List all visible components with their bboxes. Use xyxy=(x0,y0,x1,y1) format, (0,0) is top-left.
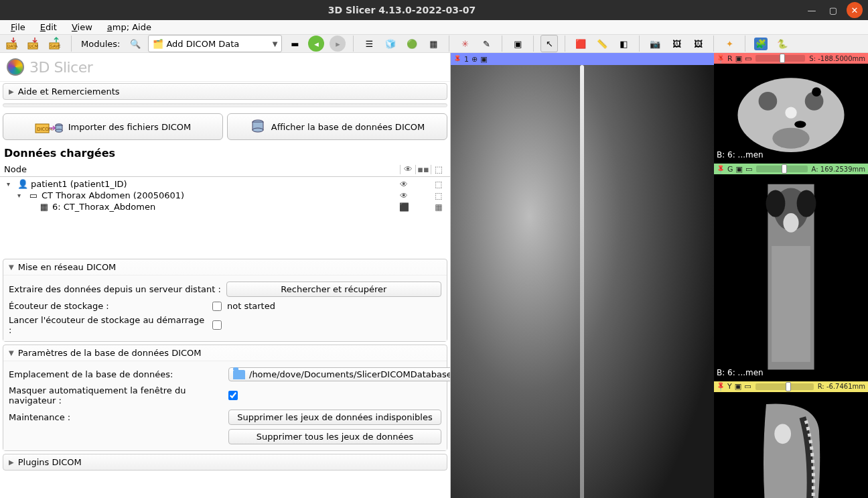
minimize-button[interactable]: — xyxy=(804,2,820,18)
slice-yellow-pos: R: -6.7461mm xyxy=(818,383,865,390)
autostart-checkbox[interactable] xyxy=(212,320,222,330)
slice-green[interactable]: 📌 G ▣ ▭ A: 169.2539mm B: 6: ...men xyxy=(714,164,868,380)
tree-node-label: patient1 (patient1_ID) xyxy=(31,179,394,189)
slicer-logo-icon xyxy=(7,58,24,76)
search-retrieve-button[interactable]: Rechercher et récupérer xyxy=(226,282,441,297)
tree-vis-cell[interactable]: 👁 xyxy=(396,180,411,189)
search-module-icon[interactable]: 🔍 xyxy=(127,35,144,52)
plugins-section-toggle[interactable]: ▶Plugins DICOM xyxy=(3,454,447,470)
menu-view[interactable]: View xyxy=(65,20,99,34)
tree-transform-cell[interactable]: ⬚ xyxy=(431,191,446,200)
slice-red[interactable]: 📌 R ▣ ▭ S: -188.5000mm B: 6: ...men xyxy=(714,53,868,162)
maint-delete-unavailable-button[interactable]: Supprimer les jeux de données indisponib… xyxy=(228,410,441,425)
nav-fwd-icon[interactable]: ▸ xyxy=(329,35,346,52)
toolbar-separator xyxy=(565,36,565,52)
link-icon[interactable]: ▣ xyxy=(480,55,487,64)
slice-yellow-header[interactable]: 📌 Y ▣ ▭ R: -6.7461mm xyxy=(714,381,868,392)
tree-transform-cell[interactable]: ▦ xyxy=(431,202,446,212)
slice-red-header[interactable]: 📌 R ▣ ▭ S: -188.5000mm xyxy=(714,53,868,64)
maximize-button[interactable]: ▢ xyxy=(825,2,841,18)
data-loader-icon[interactable]: DATA xyxy=(4,35,21,52)
list-icon[interactable]: ☰ xyxy=(360,35,378,52)
dbparams-section-toggle[interactable]: ▼Paramètres de la base de données DICOM xyxy=(3,345,447,361)
python-icon[interactable]: 🐍 xyxy=(774,35,791,52)
tree-vis-cell[interactable]: ⬛ xyxy=(396,202,411,212)
listener-status: not started xyxy=(227,301,275,311)
dcm-loader-icon[interactable]: DCM xyxy=(25,35,43,52)
help-section-toggle[interactable]: ▶Aide et Remerciements xyxy=(3,84,447,99)
link-icon[interactable]: ▭ xyxy=(745,54,751,63)
snap-icon[interactable]: 🖼 xyxy=(668,35,685,52)
tree-toggle-icon[interactable]: ▾ xyxy=(17,192,25,199)
maint-delete-all-button[interactable]: Supprimer tous les jeux de données xyxy=(228,429,441,444)
spark-icon[interactable]: ✳ xyxy=(456,35,474,52)
snap2-icon[interactable]: 🖼 xyxy=(689,35,707,52)
nav-back-icon[interactable]: ◂ xyxy=(307,35,325,52)
fit-icon[interactable]: ▣ xyxy=(735,54,742,63)
slice-red-image[interactable] xyxy=(714,64,868,162)
swatch-icon[interactable]: 🟥 xyxy=(572,35,589,52)
maint-label: Maintenance : xyxy=(9,412,223,422)
tree-col-transform[interactable]: ⬚ xyxy=(431,164,446,174)
fit-icon[interactable]: ▣ xyxy=(735,382,741,391)
ruler-icon[interactable]: 📏 xyxy=(593,35,611,52)
tree-transform-cell[interactable]: ⬚ xyxy=(431,180,446,189)
target-icon[interactable]: ✦ xyxy=(721,35,738,52)
layout-icon[interactable]: ▣ xyxy=(509,35,526,52)
tree-toggle-icon[interactable]: ▾ xyxy=(7,180,15,188)
dbloc-path-button[interactable]: /home/dove/Documents/SlicerDICOMDatabase xyxy=(228,367,451,381)
slice-yellow-image[interactable] xyxy=(714,392,868,498)
center-icon[interactable]: ⊕ xyxy=(472,55,478,64)
network-section-toggle[interactable]: ▼Mise en réseau DICOM xyxy=(3,259,447,275)
tree-vis-cell[interactable]: 👁 xyxy=(396,191,411,200)
pin-icon[interactable]: 📌 xyxy=(715,164,726,174)
listener-label: Écouteur de stockage : xyxy=(9,301,207,311)
viewer-3d-header[interactable]: 📌 1 ⊕ ▣ xyxy=(451,53,714,65)
tree-header: Node 👁 ▪▪ ⬚ xyxy=(0,162,450,177)
tree-body[interactable]: ▾👤patient1 (patient1_ID)👁⬚▾▭CT Thorax Ab… xyxy=(0,177,450,257)
wand-icon[interactable]: ✎ xyxy=(478,35,495,52)
link-icon[interactable]: ▭ xyxy=(745,165,752,174)
slice-yellow-slider[interactable] xyxy=(755,383,814,390)
camera-icon[interactable]: 📷 xyxy=(646,35,664,52)
cursor-icon[interactable]: ↖ xyxy=(540,35,558,52)
pin-icon[interactable]: 📌 xyxy=(715,53,726,64)
table-row[interactable]: ▾▭CT Thorax Abdomen (20050601)👁⬚ xyxy=(0,190,450,201)
tree-col-color[interactable]: ▪▪ xyxy=(416,164,431,174)
slider-thumb[interactable] xyxy=(782,164,787,174)
table-row[interactable]: ▾👤patient1 (patient1_ID)👁⬚ xyxy=(0,178,450,190)
close-button[interactable]: ✕ xyxy=(847,2,863,18)
fit-icon[interactable]: ▣ xyxy=(736,165,743,174)
ext-icon[interactable]: 🧩 xyxy=(752,35,770,52)
slice-green-image[interactable] xyxy=(714,174,868,380)
menu-help[interactable]: amp; Aide xyxy=(100,20,158,34)
sphere-icon[interactable]: 🟢 xyxy=(403,35,421,52)
show-db-button[interactable]: Afficher la base de données DICOM xyxy=(227,113,447,140)
table-row[interactable]: ▦6: CT_Thorax_Abdomen⬛▦ xyxy=(0,201,450,212)
autohide-checkbox[interactable] xyxy=(228,391,238,400)
viewer-3d[interactable]: 📌 1 ⊕ ▣ xyxy=(451,53,714,498)
pin-icon[interactable]: 📌 xyxy=(715,381,726,392)
slice-yellow[interactable]: 📌 Y ▣ ▭ R: -6.7461mm B: 6: ...men xyxy=(714,381,868,498)
listener-checkbox[interactable] xyxy=(212,302,222,311)
slider-thumb[interactable] xyxy=(780,54,785,63)
menu-file[interactable]: File xyxy=(4,20,32,34)
link-icon[interactable]: ▭ xyxy=(744,382,751,391)
slider-thumb[interactable] xyxy=(786,382,791,391)
dash-icon[interactable]: ▬ xyxy=(286,35,303,52)
viewer-3d-scene[interactable] xyxy=(451,65,714,498)
tree-col-vis[interactable]: 👁 xyxy=(401,164,415,174)
slice-green-header[interactable]: 📌 G ▣ ▭ A: 169.2539mm xyxy=(714,164,868,174)
crop-icon[interactable]: ◧ xyxy=(615,35,632,52)
tree-node-label: CT Thorax Abdomen (20050601) xyxy=(42,190,394,200)
save-icon[interactable]: SAVE xyxy=(47,35,64,52)
menu-edit[interactable]: Edit xyxy=(33,20,64,34)
slice-red-slider[interactable] xyxy=(755,55,805,62)
grid-icon[interactable]: ▦ xyxy=(425,35,442,52)
svg-point-16 xyxy=(759,92,778,111)
module-select[interactable]: 🗂️Add DICOM Data ▼ xyxy=(148,35,282,52)
slice-green-slider[interactable] xyxy=(756,166,807,172)
pin-icon[interactable]: 📌 xyxy=(452,54,463,64)
cube-icon[interactable]: 🧊 xyxy=(382,35,399,52)
import-dicom-button[interactable]: DICOM Importer des fichiers DICOM xyxy=(3,113,223,140)
